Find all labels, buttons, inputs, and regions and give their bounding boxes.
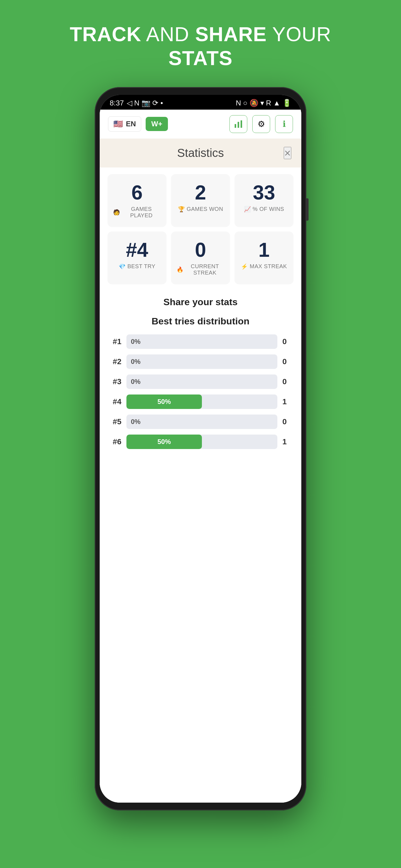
distribution-title: Best tries distribution xyxy=(108,316,293,327)
dist-row-1: #1 0% 0 xyxy=(108,334,293,349)
stats-grid: 6 🧑 GAMES PLAYED 2 🏆 GAMES WON 33 xyxy=(100,167,301,291)
phone-device: 8:37 ◁ N 📷 ⟳ • N ○ 🔕 ▾ R ▲ 🔋 🇺🇸 EN W+ xyxy=(95,87,306,810)
games-won-value: 2 xyxy=(195,183,206,203)
hero-heading: TRACK AND SHARE YOURSTATS xyxy=(70,22,332,70)
close-button[interactable]: × xyxy=(284,147,291,159)
status-icons-left: ◁ N 📷 ⟳ • xyxy=(127,99,163,107)
dist-bar-fill-4: 50% xyxy=(126,395,202,409)
distribution-section: Best tries distribution #1 0% 0 #2 xyxy=(100,313,301,466)
fire-icon: 🔥 xyxy=(176,266,184,273)
gear-icon: ⚙ xyxy=(258,119,265,129)
dist-row-2: #2 0% 0 xyxy=(108,354,293,369)
language-button[interactable]: 🇺🇸 EN xyxy=(108,116,141,132)
games-played-value: 6 xyxy=(132,183,143,203)
dist-bar-text-5: 0% xyxy=(131,418,141,426)
lightning-icon: ⚡ xyxy=(241,263,248,270)
share-stats-button[interactable]: Share your stats xyxy=(100,291,301,313)
games-played-label: 🧑 GAMES PLAYED xyxy=(113,206,161,219)
flag-icon: 🇺🇸 xyxy=(113,119,123,128)
dist-bar-bg-5: 0% xyxy=(126,414,277,429)
dist-label-2: #2 xyxy=(108,357,121,366)
dist-bar-bg-4: 50% xyxy=(126,395,277,409)
dist-bar-bg-1: 0% xyxy=(126,334,277,349)
dist-row-4: #4 50% 1 xyxy=(108,395,293,409)
w-plus-button[interactable]: W+ xyxy=(146,117,168,131)
trophy-icon: 🏆 xyxy=(178,206,185,213)
svg-rect-2 xyxy=(240,120,242,128)
dist-bar-bg-6: 50% xyxy=(126,435,277,449)
status-left: 8:37 ◁ N 📷 ⟳ • xyxy=(110,99,163,107)
diamond-icon: 💎 xyxy=(119,263,126,270)
dist-bar-text-4: 50% xyxy=(157,398,171,406)
dist-label-4: #4 xyxy=(108,397,121,406)
phone-notch xyxy=(189,95,212,103)
dist-bar-text-6: 50% xyxy=(157,438,171,446)
svg-rect-1 xyxy=(237,122,239,128)
dist-bar-text-2: 0% xyxy=(131,358,141,366)
settings-button[interactable]: ⚙ xyxy=(252,115,270,133)
best-try-card: #4 💎 BEST TRY xyxy=(108,231,167,284)
dist-bar-fill-6: 50% xyxy=(126,435,202,449)
phone-screen: 8:37 ◁ N 📷 ⟳ • N ○ 🔕 ▾ R ▲ 🔋 🇺🇸 EN W+ xyxy=(100,95,301,803)
games-played-card: 6 🧑 GAMES PLAYED xyxy=(108,174,167,227)
current-streak-card: 0 🔥 CURRENT STREAK xyxy=(171,231,230,284)
max-streak-card: 1 ⚡ MAX STREAK xyxy=(234,231,293,284)
chart-button[interactable] xyxy=(229,115,247,133)
dist-row-5: #5 0% 0 xyxy=(108,414,293,429)
status-time: 8:37 xyxy=(110,99,124,107)
dist-count-2: 0 xyxy=(282,357,293,366)
dist-label-6: #6 xyxy=(108,437,121,446)
games-won-label: 🏆 GAMES WON xyxy=(178,206,223,213)
dist-row-3: #3 0% 0 xyxy=(108,374,293,389)
lang-label: EN xyxy=(126,120,136,128)
best-try-label: 💎 BEST TRY xyxy=(119,263,155,270)
dist-bar-fill-1: 0% xyxy=(126,334,277,349)
win-percent-card: 33 📈 % OF WINS xyxy=(234,174,293,227)
dist-bar-text-3: 0% xyxy=(131,378,141,385)
status-icons-right: N ○ 🔕 ▾ R ▲ 🔋 xyxy=(236,99,291,107)
person-icon: 🧑 xyxy=(113,209,120,216)
app-content: 🇺🇸 EN W+ ⚙ xyxy=(100,110,301,803)
statistics-title: Statistics xyxy=(177,146,224,160)
svg-rect-0 xyxy=(235,124,236,128)
info-button[interactable]: ℹ xyxy=(275,115,293,133)
dist-count-4: 1 xyxy=(282,397,293,406)
current-streak-label: 🔥 CURRENT STREAK xyxy=(176,263,225,276)
dist-label-3: #3 xyxy=(108,377,121,386)
stats-header: Statistics × xyxy=(100,138,301,167)
nav-left: 🇺🇸 EN W+ xyxy=(108,116,168,132)
dist-count-3: 0 xyxy=(282,377,293,386)
max-streak-label: ⚡ MAX STREAK xyxy=(241,263,287,270)
dist-bar-bg-2: 0% xyxy=(126,354,277,369)
win-percent-value: 33 xyxy=(253,183,275,203)
dist-bar-fill-3: 0% xyxy=(126,374,277,389)
chart-up-icon: 📈 xyxy=(244,206,251,213)
win-percent-label: 📈 % OF WINS xyxy=(244,206,284,213)
dist-bar-fill-5: 0% xyxy=(126,414,277,429)
games-won-card: 2 🏆 GAMES WON xyxy=(171,174,230,227)
current-streak-value: 0 xyxy=(195,240,206,260)
nav-right: ⚙ ℹ xyxy=(229,115,293,133)
statistics-modal: Statistics × 6 🧑 GAMES PLAYED 2 🏆 xyxy=(100,138,301,803)
dist-row-6: #6 50% 1 xyxy=(108,435,293,449)
dist-label-5: #5 xyxy=(108,417,121,426)
best-try-value: #4 xyxy=(126,240,148,260)
dist-bar-fill-2: 0% xyxy=(126,354,277,369)
side-button xyxy=(306,198,309,221)
dist-bar-text-1: 0% xyxy=(131,338,141,345)
dist-label-1: #1 xyxy=(108,337,121,346)
dist-count-1: 0 xyxy=(282,337,293,346)
dist-count-5: 0 xyxy=(282,417,293,426)
info-icon: ℹ xyxy=(283,119,286,129)
status-right: N ○ 🔕 ▾ R ▲ 🔋 xyxy=(236,99,291,107)
top-nav: 🇺🇸 EN W+ ⚙ xyxy=(100,110,301,138)
dist-bar-bg-3: 0% xyxy=(126,374,277,389)
dist-count-6: 1 xyxy=(282,437,293,446)
max-streak-value: 1 xyxy=(258,240,269,260)
